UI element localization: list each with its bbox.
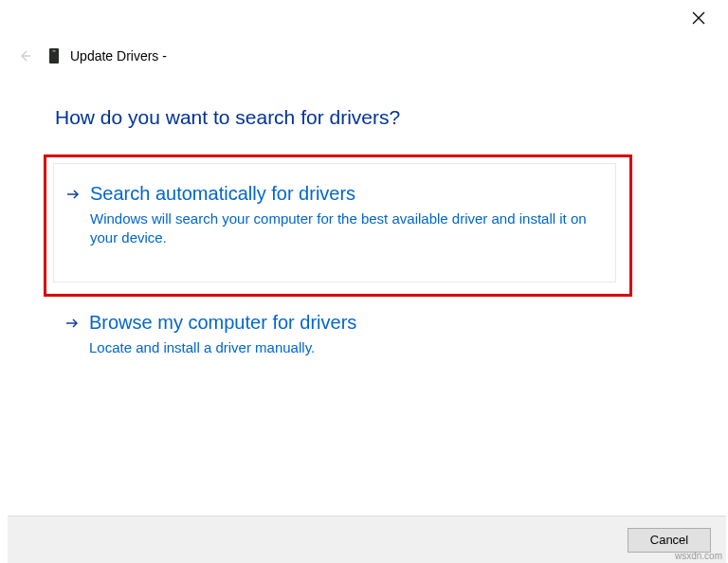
close-button[interactable] <box>692 11 709 28</box>
arrow-right-icon <box>65 185 81 204</box>
dialog-footer: Cancel <box>8 516 726 563</box>
device-icon <box>47 47 61 64</box>
update-drivers-dialog: Update Drivers - How do you want to sear… <box>8 0 726 563</box>
svg-rect-4 <box>53 50 56 52</box>
dialog-header: Update Drivers - <box>17 47 167 64</box>
option-description: Windows will search your computer for th… <box>90 209 598 248</box>
close-icon <box>692 11 705 25</box>
watermark: wsxdn.com <box>675 551 722 561</box>
option-title: Search automatically for drivers <box>90 181 598 206</box>
cancel-label: Cancel <box>650 533 688 547</box>
arrow-right-icon <box>64 314 80 333</box>
cancel-button[interactable]: Cancel <box>628 528 711 553</box>
option-browse-computer[interactable]: Browse my computer for drivers Locate an… <box>53 300 616 367</box>
arrow-left-icon <box>18 49 31 63</box>
back-button[interactable] <box>17 48 32 64</box>
option-search-automatically[interactable]: Search automatically for drivers Windows… <box>53 163 616 282</box>
option-title: Browse my computer for drivers <box>89 310 599 335</box>
option-description: Locate and install a driver manually. <box>89 338 599 357</box>
dialog-title: Update Drivers - <box>70 48 167 64</box>
question-heading: How do you want to search for drivers? <box>55 106 400 129</box>
